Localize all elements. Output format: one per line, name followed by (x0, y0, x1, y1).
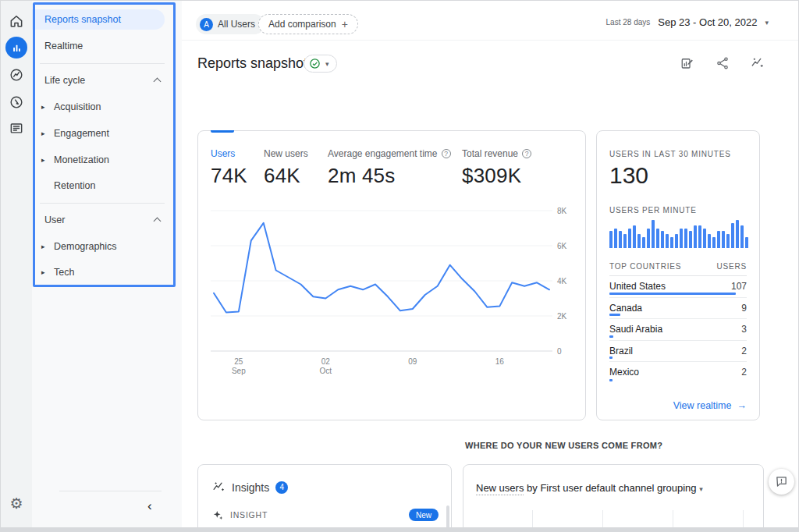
sidebar-item-acquisition[interactable]: ▸ Acquisition (32, 97, 182, 117)
users-per-minute-label: USERS PER MINUTE (609, 206, 697, 215)
per-minute-bar (652, 220, 655, 248)
country-row[interactable]: Saudi Arabia3 (609, 319, 747, 341)
svg-text:8K: 8K (557, 207, 567, 215)
library-icon (9, 120, 24, 136)
sidebar-item-monetization[interactable]: ▸ Monetization (32, 150, 182, 170)
library-nav-button[interactable] (1, 117, 32, 139)
country-users-value: 107 (731, 281, 747, 292)
per-minute-bar (745, 237, 748, 248)
customize-report-icon (680, 56, 694, 70)
audience-avatar: A (200, 18, 213, 31)
sidebar-item-demographics[interactable]: ▸ Demographics (32, 236, 182, 257)
section-title: User (44, 215, 65, 225)
sidebar-item-label: Monetization (54, 150, 109, 170)
page-title: Reports snapshot (197, 55, 307, 72)
per-minute-bar (726, 234, 730, 248)
check-circle-icon (309, 58, 321, 69)
report-actions (680, 55, 765, 71)
share-icon (716, 56, 730, 70)
date-preset-label: Last 28 days (606, 18, 651, 27)
insights-icon (751, 56, 765, 70)
caret-down-icon: ▾ (765, 19, 769, 27)
svg-text:Oct: Oct (320, 367, 332, 375)
sidebar-item-label: Engagement (54, 123, 109, 144)
window-scrollbar-strip[interactable] (1, 527, 798, 531)
country-bar (609, 314, 620, 316)
users-per-minute-bar-chart[interactable] (609, 220, 748, 248)
per-minute-bar (670, 237, 673, 248)
report-status-pill[interactable]: ▾ (304, 55, 337, 73)
metric-tab-avg-engagement-time[interactable]: Average engagement time? 2m 45s (328, 148, 451, 188)
customize-report-button[interactable] (680, 55, 695, 71)
expand-arrow-icon: ▸ (41, 150, 45, 170)
channel-title-prefix: New users (476, 482, 524, 495)
country-row[interactable]: Canada9 (609, 298, 747, 320)
audience-chip-label: All Users (218, 19, 255, 30)
date-range-picker[interactable]: Last 28 days Sep 23 - Oct 20, 2022 ▾ (606, 16, 769, 28)
sidebar-item-engagement[interactable]: ▸ Engagement (32, 123, 182, 144)
insights-panel-button[interactable] (750, 55, 765, 71)
svg-text:Sep: Sep (232, 367, 246, 375)
add-comparison-button[interactable]: Add comparison + (258, 14, 358, 34)
sidebar-divider (40, 63, 165, 64)
caret-down-icon: ▾ (325, 60, 329, 68)
collapse-sidebar-button[interactable]: ‹ (147, 498, 152, 514)
reports-nav-button[interactable] (1, 37, 32, 59)
country-bar (609, 356, 613, 359)
plus-icon: + (342, 18, 348, 30)
country-name: Saudi Arabia (609, 324, 662, 335)
sidebar-item-label: Demographics (54, 236, 117, 257)
per-minute-bar (647, 229, 650, 248)
insights-icon (212, 481, 225, 494)
svg-text:16: 16 (495, 357, 505, 366)
metric-tab-new-users[interactable]: New users 64K (264, 148, 308, 188)
bar-chart-icon (5, 37, 27, 59)
per-minute-bar (736, 220, 739, 248)
scrollbar-thumb[interactable] (446, 505, 449, 529)
feedback-button[interactable] (769, 469, 794, 495)
explore-nav-button[interactable] (1, 64, 32, 86)
per-minute-bar (708, 234, 711, 248)
sidebar-item-retention[interactable]: Retention (32, 176, 182, 196)
per-minute-bar (731, 223, 734, 248)
sidebar-item-tech[interactable]: ▸ Tech (32, 262, 182, 282)
users-30min-label: USERS IN LAST 30 MINUTES (609, 150, 731, 158)
admin-settings-button[interactable]: ⚙ (1, 492, 32, 514)
home-nav-button[interactable] (1, 10, 32, 32)
sidebar-section-life-cycle[interactable]: Life cycle (32, 70, 182, 90)
advertising-nav-button[interactable] (1, 91, 32, 113)
svg-text:25: 25 (234, 357, 243, 366)
metric-value: $309K (462, 164, 531, 188)
help-icon[interactable]: ? (442, 149, 451, 158)
users-line-chart[interactable]: 02K4K6K8K25Sep02Oct0916 (211, 203, 574, 386)
app-icon-rail: ⚙ (1, 1, 32, 532)
country-name: Brazil (609, 346, 633, 356)
metric-value: 74K (211, 164, 247, 188)
channel-chart-title-dropdown[interactable]: New users by First user default channel … (476, 482, 703, 494)
insights-title[interactable]: Insights (232, 481, 269, 494)
country-users-value: 3 (741, 324, 747, 335)
view-realtime-link[interactable]: View realtime → (673, 400, 747, 411)
country-row[interactable]: United States107 (609, 276, 747, 298)
per-minute-bar (694, 225, 697, 248)
svg-text:09: 09 (408, 357, 417, 366)
country-row[interactable]: Brazil2 (609, 341, 747, 363)
metric-tab-total-revenue[interactable]: Total revenue? $309K (462, 148, 531, 188)
per-minute-bar (712, 237, 716, 248)
sparkle-icon (212, 509, 224, 521)
channel-title-rest: by First user default channel grouping (524, 482, 696, 494)
gear-icon: ⚙ (9, 496, 23, 511)
feedback-bubble-icon (775, 475, 788, 488)
metric-tab-users[interactable]: Users 74K (211, 148, 247, 188)
top-countries-table: United States107Canada9Saudi Arabia3Braz… (609, 276, 747, 384)
sidebar-section-user[interactable]: User (32, 210, 182, 230)
country-row[interactable]: Mexico2 (609, 362, 747, 384)
share-report-button[interactable] (715, 55, 730, 71)
audience-chip-all-users[interactable]: A All Users (196, 14, 265, 34)
help-icon[interactable]: ? (522, 149, 531, 158)
insights-card: Insights 4 INSIGHT New (197, 464, 452, 532)
per-minute-bar (661, 231, 664, 248)
per-minute-bar (633, 225, 636, 248)
sidebar-item-reports-snapshot[interactable]: Reports snapshot (32, 9, 165, 30)
sidebar-item-realtime[interactable]: Realtime (32, 36, 165, 56)
